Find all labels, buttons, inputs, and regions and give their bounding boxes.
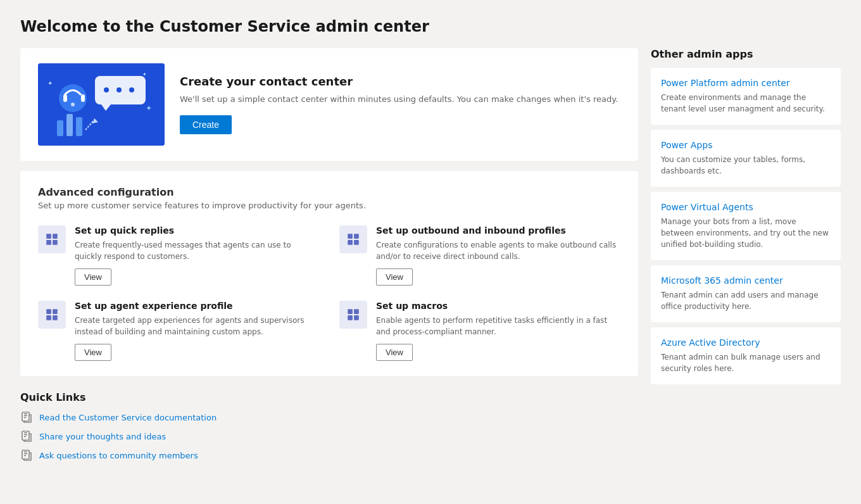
svg-text:✦: ✦	[47, 80, 53, 87]
svg-rect-26	[53, 309, 58, 314]
svg-rect-34	[24, 413, 27, 414]
left-column: ✦ ✦ ✦ Create your contact center We'll s…	[20, 48, 638, 468]
svg-point-4	[129, 87, 134, 92]
svg-rect-32	[354, 315, 359, 320]
thoughts-icon	[20, 430, 33, 443]
docs-link[interactable]: Read the Customer Service documentation	[39, 413, 217, 422]
svg-rect-44	[24, 455, 26, 456]
svg-point-9	[71, 103, 75, 106]
admin-app-card-power-platform: Power Platform admin center Create envir…	[651, 68, 841, 125]
m365-desc: Tenant admin can add users and manage of…	[661, 289, 831, 312]
outbound-inbound-icon	[339, 225, 367, 253]
svg-rect-19	[46, 240, 51, 245]
svg-rect-8	[81, 94, 85, 102]
macros-icon	[339, 301, 367, 329]
svg-rect-31	[348, 315, 353, 320]
quick-link-docs: Read the Customer Service documentation	[20, 411, 638, 424]
svg-rect-18	[53, 234, 58, 239]
quick-replies-icon	[38, 225, 66, 253]
view-outbound-inbound-button[interactable]: View	[376, 268, 413, 286]
quick-links-title: Quick Links	[20, 391, 638, 403]
view-quick-replies-button[interactable]: View	[75, 268, 111, 286]
hero-content: Create your contact center We'll set up …	[180, 75, 620, 135]
svg-text:✦: ✦	[142, 72, 147, 77]
svg-rect-30	[354, 309, 359, 314]
hero-card: ✦ ✦ ✦ Create your contact center We'll s…	[20, 48, 638, 161]
config-item-agent-experience: Set up agent experience profile Create t…	[38, 301, 319, 361]
power-apps-link[interactable]: Power Apps	[661, 140, 831, 150]
admin-app-card-m365: Microsoft 365 admin center Tenant admin …	[651, 265, 841, 322]
svg-rect-24	[354, 240, 359, 245]
svg-rect-39	[24, 434, 27, 435]
admin-app-card-power-virtual-agents: Power Virtual Agents Manage your bots fr…	[651, 192, 841, 260]
hero-title: Create your contact center	[180, 75, 620, 88]
svg-rect-20	[53, 240, 58, 245]
thoughts-link[interactable]: Share your thoughts and ideas	[39, 432, 166, 441]
svg-rect-10	[57, 120, 63, 136]
svg-rect-38	[24, 432, 27, 433]
svg-rect-35	[24, 415, 27, 416]
agent-experience-icon	[38, 301, 66, 329]
svg-rect-43	[24, 453, 27, 454]
power-virtual-agents-link[interactable]: Power Virtual Agents	[661, 202, 831, 212]
aad-link[interactable]: Azure Active Directory	[661, 337, 831, 348]
power-apps-desc: You can customize your tables, forms, da…	[661, 154, 831, 177]
config-item-quick-replies: Set up quick replies Create frequently-u…	[38, 225, 319, 286]
svg-rect-28	[53, 315, 58, 320]
svg-rect-7	[63, 94, 67, 102]
advanced-config-description: Set up more customer service features to…	[38, 201, 620, 210]
svg-rect-29	[348, 309, 353, 314]
admin-app-card-aad: Azure Active Directory Tenant admin can …	[651, 327, 841, 384]
svg-rect-11	[66, 114, 73, 136]
quick-link-community: Ask questions to community members	[20, 449, 638, 462]
svg-rect-23	[348, 240, 353, 245]
svg-rect-40	[24, 436, 26, 437]
quick-link-thoughts: Share your thoughts and ideas	[20, 430, 638, 443]
config-grid: Set up quick replies Create frequently-u…	[38, 225, 620, 361]
svg-rect-27	[46, 315, 51, 320]
view-agent-experience-button[interactable]: View	[75, 344, 111, 361]
community-link[interactable]: Ask questions to community members	[39, 451, 198, 460]
config-item-outbound-inbound: Set up outbound and inbound profiles Cre…	[339, 225, 620, 286]
power-platform-desc: Create environments and manage the tenan…	[661, 92, 831, 115]
m365-link[interactable]: Microsoft 365 admin center	[661, 275, 831, 286]
quick-links-section: Quick Links Read the Customer Service do…	[20, 391, 638, 468]
other-admin-title: Other admin apps	[651, 48, 841, 60]
config-text-outbound-inbound: Set up outbound and inbound profiles Cre…	[376, 225, 620, 286]
page-title: Welcome to the Customer Service admin ce…	[20, 18, 841, 35]
svg-rect-12	[76, 117, 82, 136]
config-item-macros: Set up macros Enable agents to perform r…	[339, 301, 620, 361]
config-text-agent-experience: Set up agent experience profile Create t…	[75, 301, 319, 361]
right-column: Other admin apps Power Platform admin ce…	[651, 48, 841, 389]
advanced-config-title: Advanced configuration	[38, 186, 620, 198]
config-text-macros: Set up macros Enable agents to perform r…	[376, 301, 620, 361]
svg-point-2	[104, 87, 109, 92]
create-button[interactable]: Create	[180, 115, 232, 134]
community-icon	[20, 449, 33, 462]
svg-rect-36	[24, 417, 26, 418]
power-virtual-agents-desc: Manage your bots from a list, move betwe…	[661, 216, 831, 250]
hero-description: We'll set up a simple contact center wit…	[180, 93, 620, 106]
advanced-config-card: Advanced configuration Set up more custo…	[20, 171, 638, 376]
svg-rect-17	[46, 234, 51, 239]
config-text-quick-replies: Set up quick replies Create frequently-u…	[75, 225, 319, 286]
aad-desc: Tenant admin can bulk manage users and s…	[661, 351, 831, 374]
svg-rect-22	[354, 234, 359, 239]
admin-app-card-power-apps: Power Apps You can customize your tables…	[651, 130, 841, 187]
hero-illustration: ✦ ✦ ✦	[38, 63, 165, 146]
svg-rect-42	[24, 451, 27, 452]
svg-point-3	[116, 87, 122, 92]
view-macros-button[interactable]: View	[376, 344, 413, 361]
docs-icon	[20, 411, 33, 424]
svg-text:✦: ✦	[146, 104, 152, 113]
svg-rect-25	[46, 309, 51, 314]
power-platform-link[interactable]: Power Platform admin center	[661, 78, 831, 88]
svg-rect-21	[348, 234, 353, 239]
